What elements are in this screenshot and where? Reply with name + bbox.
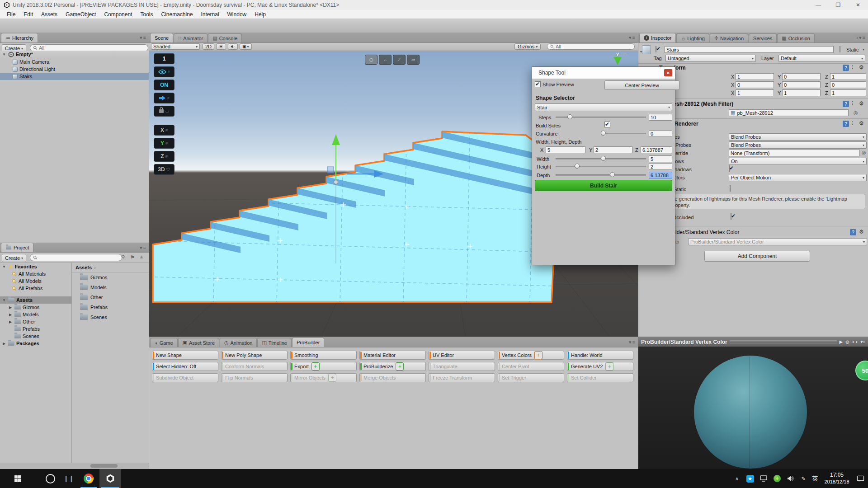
- menu-tools[interactable]: Tools: [136, 10, 157, 19]
- tree-folder-other[interactable]: ▶Other: [0, 318, 71, 325]
- shader-dropdown[interactable]: ProBuilder/Standard Vertex Color▾: [688, 238, 867, 245]
- steps-slider[interactable]: [556, 113, 646, 120]
- tab-timeline[interactable]: ◫Timeline: [257, 338, 292, 347]
- menu-internal[interactable]: Internal: [197, 10, 223, 19]
- panel-menu-icon[interactable]: ▾≡: [629, 339, 636, 345]
- static-dropdown-icon[interactable]: ▾: [863, 47, 864, 52]
- menu-gameobject[interactable]: GameObject: [61, 10, 100, 19]
- options-plus-icon[interactable]: +: [605, 362, 613, 371]
- dialog-title-bar[interactable]: Shape Tool: [532, 67, 675, 79]
- tag-dropdown[interactable]: Untagged▾: [665, 55, 756, 62]
- options-plus-icon[interactable]: +: [534, 351, 542, 359]
- scene-effects-toggle[interactable]: ▣▾: [240, 43, 252, 50]
- pb-set-collider-button[interactable]: Set Collider: [567, 373, 633, 382]
- play-icon[interactable]: ▶: [840, 339, 843, 344]
- pb-generate-uv2-button[interactable]: Generate UV2+: [567, 362, 633, 371]
- pb-material-editor-button[interactable]: Material Editor: [359, 351, 426, 360]
- dialog-close-button[interactable]: ✕: [664, 69, 672, 76]
- height-slider[interactable]: [556, 163, 646, 169]
- action-center-button[interactable]: [854, 469, 867, 488]
- project-search-input[interactable]: [30, 254, 122, 261]
- menu-edit[interactable]: Edit: [19, 10, 37, 19]
- shading-mode-dropdown[interactable]: Shaded▾: [151, 43, 200, 50]
- packages-root[interactable]: ▶ Packages: [0, 340, 71, 347]
- gizmos-dropdown[interactable]: Gizmos▾: [514, 43, 541, 50]
- hierarchy-item-stairs[interactable]: Stairs: [0, 73, 162, 80]
- tray-antivirus-icon[interactable]: +: [771, 469, 783, 488]
- panel-menu-icon[interactable]: ▾≡: [140, 35, 147, 41]
- help-icon[interactable]: ?: [843, 121, 849, 127]
- panel-menu-icon[interactable]: ›▾≡: [850, 35, 866, 41]
- preset-icon[interactable]: ⫶: [852, 64, 853, 70]
- position-y-field[interactable]: 0: [782, 73, 821, 80]
- preset-icon[interactable]: ⫶: [852, 120, 853, 127]
- tab-occlusion[interactable]: ▦Occlusion: [777, 33, 815, 42]
- 2d-toggle-button[interactable]: 2D: [203, 43, 214, 50]
- pb-subdivide-object-button[interactable]: Subdivide Object: [152, 373, 218, 382]
- shape-selector-dropdown[interactable]: Stair▾: [535, 103, 672, 111]
- list-item-other[interactable]: Other: [72, 292, 149, 302]
- scene-search-input[interactable]: All: [547, 43, 635, 50]
- object-mode-button[interactable]: ⬡: [365, 55, 377, 65]
- minimize-button[interactable]: —: [808, 0, 828, 10]
- sphere-preview-icon[interactable]: ◍: [845, 339, 849, 344]
- list-item-prefabs[interactable]: Prefabs: [72, 302, 149, 312]
- pb-export-button[interactable]: Export+: [290, 362, 357, 371]
- rotation-y-field[interactable]: 0: [782, 81, 821, 88]
- material-preview-header[interactable]: ProBuilder/Standard Vertex Color ▶ ◍ ◐◑ …: [638, 337, 868, 347]
- scene-root-row[interactable]: ▼ Empty*: [0, 51, 151, 58]
- tray-expand-chevron[interactable]: ∧: [731, 469, 742, 488]
- add-component-button[interactable]: Add Component: [704, 251, 810, 262]
- reflection-probes-dropdown[interactable]: Blend Probes▾: [729, 141, 867, 149]
- tab-animator[interactable]: ∷Animator: [174, 33, 208, 42]
- build-sides-checkbox[interactable]: [604, 122, 610, 127]
- close-button[interactable]: ✕: [848, 0, 868, 10]
- tab-lighting[interactable]: ☼Lighting: [676, 33, 709, 42]
- menu-assets[interactable]: Assets: [37, 10, 61, 19]
- menu-window[interactable]: Window: [223, 10, 251, 19]
- curvature-field[interactable]: 0: [649, 130, 672, 137]
- panel-menu-icon[interactable]: ▾≡: [140, 245, 147, 251]
- menu-cinemachine[interactable]: Cinemachine: [157, 10, 197, 19]
- pb-center-pivot-button[interactable]: Center Pivot: [498, 362, 564, 371]
- static-checkbox[interactable]: [840, 46, 840, 52]
- progrids-y-axis-button[interactable]: Y#: [154, 138, 175, 149]
- horizontal-scrollbar[interactable]: [0, 463, 149, 469]
- options-plus-icon[interactable]: +: [328, 374, 336, 382]
- tree-folder-models[interactable]: ▶Models: [0, 311, 71, 318]
- lightmap-static-checkbox[interactable]: [730, 185, 731, 192]
- taskbar-unity-button[interactable]: [99, 469, 121, 488]
- progrids-show-grid-button[interactable]: #: [154, 66, 175, 77]
- pb-probuilderize-button[interactable]: ProBuilderize+: [359, 362, 426, 371]
- options-plus-icon[interactable]: +: [396, 362, 404, 371]
- gear-icon[interactable]: ⚙: [859, 64, 864, 70]
- favorite-all-materials[interactable]: All Materials: [0, 270, 71, 277]
- pb-conform-normals-button[interactable]: Conform Normals: [221, 362, 288, 371]
- position-z-field[interactable]: 1: [830, 73, 866, 80]
- vertex-mode-button[interactable]: ∴: [379, 55, 392, 65]
- width-field[interactable]: 5: [649, 155, 672, 162]
- tray-qq-icon[interactable]: ★: [744, 469, 756, 488]
- motion-vectors-dropdown[interactable]: Per Object Motion▾: [729, 174, 867, 181]
- start-button[interactable]: [8, 469, 27, 488]
- tab-asset-store[interactable]: ▣Asset Store: [178, 338, 219, 347]
- tab-services[interactable]: Services: [749, 33, 777, 42]
- list-item-scenes[interactable]: Scenes: [72, 312, 149, 322]
- taskbar-clock[interactable]: 17:05 2018/12/18: [822, 469, 852, 488]
- build-stair-button[interactable]: Build Stair: [535, 180, 672, 191]
- lighting-toggle-icon[interactable]: ◐◑: [852, 339, 858, 344]
- progrids-x-axis-button[interactable]: X#: [154, 125, 175, 136]
- center-preview-button[interactable]: Center Preview: [604, 80, 679, 90]
- tree-folder-scenes[interactable]: Scenes: [0, 333, 71, 340]
- scene-lighting-toggle[interactable]: ☀: [216, 43, 226, 50]
- scrollbar-thumb[interactable]: [90, 464, 118, 468]
- breadcrumb[interactable]: Assets›: [72, 263, 149, 272]
- size-y-field[interactable]: 2: [594, 146, 632, 153]
- favorites-root[interactable]: ▼★ Favorites: [0, 263, 71, 270]
- size-z-field[interactable]: 6.137887: [641, 146, 672, 153]
- scale-y-field[interactable]: 1: [782, 89, 821, 96]
- help-icon[interactable]: ?: [843, 65, 849, 71]
- scene-audio-toggle[interactable]: [228, 43, 238, 50]
- height-field[interactable]: 2: [649, 163, 672, 170]
- gear-icon[interactable]: ⚙: [859, 120, 864, 127]
